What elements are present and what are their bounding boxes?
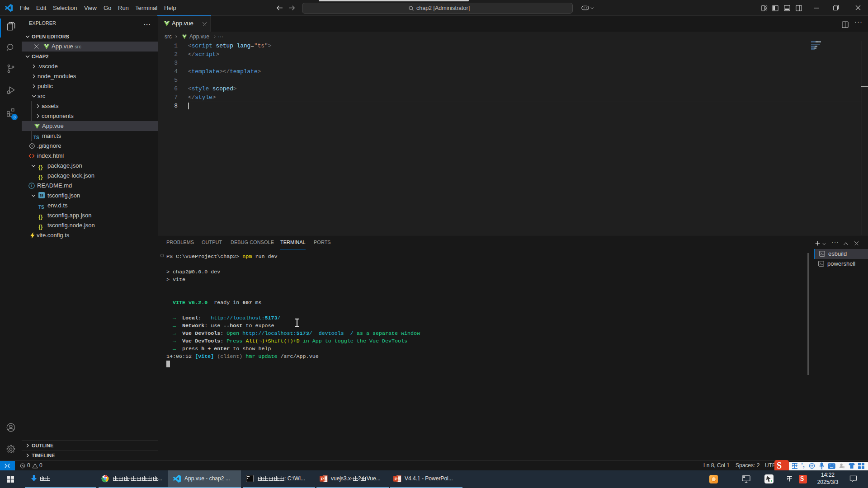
svg-text:P: P <box>321 476 324 481</box>
svg-text:P: P <box>395 476 398 481</box>
